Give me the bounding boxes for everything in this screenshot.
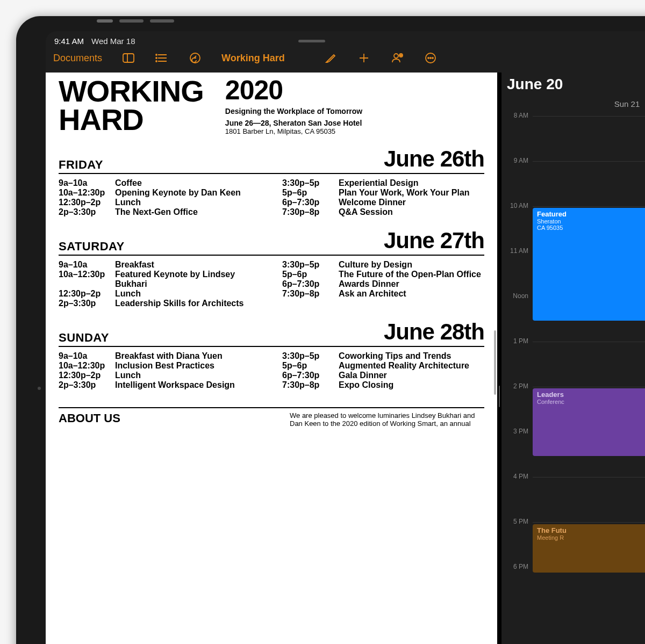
hour-label: 1 PM	[505, 337, 528, 345]
event-title: The Futu	[537, 526, 645, 534]
document-title[interactable]: Working Hard	[221, 53, 285, 64]
schedule-time: 2p–3:30p	[59, 380, 115, 390]
event-sub: CA 95035	[537, 225, 645, 231]
schedule-time: 3:30p–5p	[282, 178, 339, 188]
schedule-item: 3:30p–5p Culture by Design	[282, 260, 484, 270]
svg-point-17	[430, 57, 431, 59]
calendar-event[interactable]: Featured Sheraton CA 95035	[533, 208, 645, 321]
schedule-title: Breakfast	[115, 260, 154, 270]
schedule-time: 7:30p–8p	[282, 289, 339, 299]
sidebar-icon[interactable]	[121, 51, 135, 65]
document-scrollbar[interactable]	[494, 330, 496, 395]
hour-label: 8 AM	[505, 112, 528, 119]
schedule-title: Welcome Dinner	[339, 198, 406, 207]
schedule-item: 3:30p–5p Experiential Design	[282, 178, 484, 188]
day-block: SATURDAY June 27th 9a–10a Breakfast 10a–…	[59, 228, 484, 308]
schedule-title: Gala Dinner	[339, 371, 387, 380]
svg-point-7	[156, 61, 157, 62]
schedule-time: 9a–10a	[59, 178, 115, 188]
multitask-pill[interactable]	[298, 40, 325, 42]
about-text: We are pleased to welcome luminaries Lin…	[290, 411, 484, 428]
schedule-title: Experiential Design	[339, 178, 419, 188]
doc-year: 2020	[225, 77, 484, 104]
hour-label: 5 PM	[505, 518, 528, 525]
schedule-title: The Next-Gen Office	[115, 207, 198, 217]
split-view-handle[interactable]	[497, 73, 501, 644]
schedule-item: 5p–6p Augmented Reality Architecture	[282, 361, 484, 371]
schedule-item: 9a–10a Breakfast	[59, 260, 261, 270]
status-bar: 9:41 AM Wed Mar 18	[46, 31, 645, 48]
event-title: Leaders	[537, 390, 645, 399]
schedule-title: Leadership Skills for Architects	[115, 299, 243, 308]
event-title: Featured	[537, 210, 645, 218]
schedule-item: 6p–7:30p Gala Dinner	[282, 371, 484, 380]
schedule-title: Q&A Session	[339, 207, 393, 217]
doc-heading: WORKINGHARD	[59, 77, 204, 135]
status-date: Wed Mar 18	[91, 37, 135, 46]
more-icon[interactable]	[424, 51, 438, 65]
schedule-item: 9a–10a Coffee	[59, 178, 261, 188]
schedule-time: 3:30p–5p	[282, 351, 339, 361]
hour-row: 6 PM	[533, 567, 645, 612]
app-toolbar: Documents Working Hard	[46, 48, 645, 73]
schedule-title: The Future of the Open-Plan Office	[339, 270, 481, 279]
ipad-screen: 9:41 AM Wed Mar 18 Documents Working Har…	[46, 31, 645, 644]
hour-label: 6 PM	[505, 563, 528, 570]
hour-label: Noon	[505, 292, 528, 300]
event-sub: Conferenc	[537, 399, 645, 405]
doc-address: 1801 Barber Ln, Milpitas, CA 95035	[225, 127, 484, 135]
schedule-item: 5p–6p Plan Your Work, Work Your Plan	[282, 188, 484, 198]
undo-icon[interactable]	[188, 51, 202, 65]
calendar-pane[interactable]: June 20 Sun 21 8 AM9 AM10 AM11 AMNoon1 P…	[501, 73, 645, 644]
hour-row: 1 PM	[533, 342, 645, 387]
schedule-item: 12:30p–2p Lunch	[59, 371, 261, 380]
status-time: 9:41 AM	[54, 37, 84, 46]
doc-subtitle-2: June 26—28, Sheraton San Jose Hotel	[225, 119, 484, 127]
schedule-title: Opening Keynote by Dan Keen	[115, 188, 241, 198]
schedule-time: 5p–6p	[282, 188, 339, 198]
schedule-item: 2p–3:30p Intelligent Workspace Design	[59, 380, 261, 390]
schedule-title: Expo Closing	[339, 380, 393, 390]
schedule-item: 3:30p–5p Coworking Tips and Trends	[282, 351, 484, 361]
schedule-time: 10a–12:30p	[59, 361, 115, 371]
schedule-title: Lunch	[115, 198, 141, 207]
ipad-frame: 9:41 AM Wed Mar 18 Documents Working Har…	[16, 16, 645, 644]
schedule-time: 6p–7:30p	[282, 279, 339, 289]
day-name: FRIDAY	[59, 158, 103, 172]
calendar-event[interactable]: Leaders Conferenc	[533, 388, 645, 456]
hour-row: 4 PM	[533, 477, 645, 522]
schedule-time: 10a–12:30p	[59, 188, 115, 198]
calendar-event[interactable]: The Futu Meeting R	[533, 524, 645, 573]
schedule-time: 5p–6p	[282, 361, 339, 371]
day-name: SUNDAY	[59, 331, 109, 345]
schedule-item: 12:30p–2p Lunch	[59, 198, 261, 207]
schedule-title: Culture by Design	[339, 260, 412, 270]
split-view: WORKINGHARD 2020 Designing the Workplace…	[46, 73, 645, 644]
schedule-item: 6p–7:30p Awards Dinner	[282, 279, 484, 289]
schedule-time: 6p–7:30p	[282, 198, 339, 207]
schedule-item: 5p–6p The Future of the Open-Plan Office	[282, 270, 484, 279]
schedule-time: 12:30p–2p	[59, 371, 115, 380]
calendar-day-label[interactable]: Sun 21	[501, 99, 645, 108]
about-heading: ABOUT US	[59, 411, 268, 428]
hour-label: 2 PM	[505, 382, 528, 390]
collaborate-icon[interactable]	[390, 51, 404, 65]
schedule-item: 6p–7:30p Welcome Dinner	[282, 198, 484, 207]
hour-label: 9 AM	[505, 157, 528, 164]
schedule-item: 12:30p–2p Lunch	[59, 289, 261, 299]
plus-icon[interactable]	[357, 51, 371, 65]
document-pane[interactable]: WORKINGHARD 2020 Designing the Workplace…	[46, 73, 497, 644]
back-documents-button[interactable]: Documents	[53, 53, 102, 64]
hour-label: 11 AM	[505, 247, 528, 255]
calendar-grid[interactable]: 8 AM9 AM10 AM11 AMNoon1 PM2 PM3 PM4 PM5 …	[501, 116, 645, 612]
list-icon[interactable]	[155, 51, 169, 65]
doc-subtitle-1: Designing the Workplace of Tomorrow	[225, 107, 484, 115]
schedule-time: 10a–12:30p	[59, 270, 115, 289]
schedule-item: 10a–12:30p Inclusion Best Practices	[59, 361, 261, 371]
ipad-mic-dot	[38, 387, 41, 390]
schedule-item: 10a–12:30p Opening Keynote by Dan Keen	[59, 188, 261, 198]
brush-icon[interactable]	[324, 51, 338, 65]
hour-label: 3 PM	[505, 428, 528, 435]
schedule-time: 2p–3:30p	[59, 299, 115, 308]
svg-point-11	[394, 54, 398, 58]
